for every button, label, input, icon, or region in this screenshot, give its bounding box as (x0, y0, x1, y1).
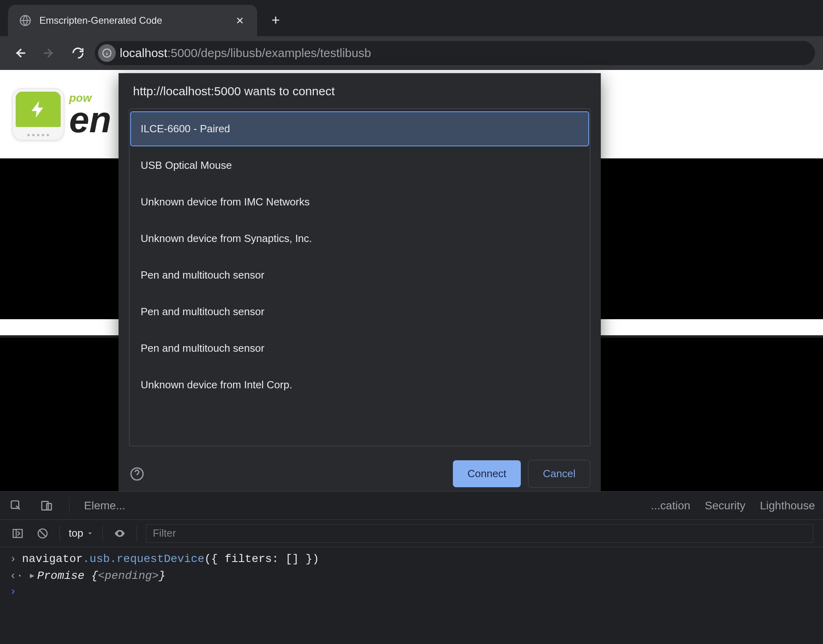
tab-bar: Emscripten-Generated Code (0, 0, 823, 36)
dialog-title: http://localhost:5000 wants to connect (133, 84, 590, 98)
url-bar[interactable]: localhost:5000/deps/libusb/examples/test… (95, 41, 815, 65)
site-info-icon[interactable] (98, 44, 116, 62)
logo-text-large: en (69, 104, 111, 136)
console-sidebar-icon[interactable] (10, 525, 26, 541)
emscripten-logo (12, 88, 64, 140)
new-tab-button[interactable] (264, 8, 288, 32)
usb-permission-dialog: http://localhost:5000 wants to connect I… (119, 73, 601, 499)
toolbar: localhost:5000/deps/libusb/examples/test… (0, 36, 823, 70)
tab-title: Emscripten-Generated Code (39, 15, 226, 26)
svg-rect-6 (13, 529, 23, 537)
tab-application[interactable]: ...cation (651, 499, 690, 512)
console-toolbar: top (0, 520, 823, 547)
cancel-button[interactable]: Cancel (528, 460, 590, 488)
close-icon[interactable] (234, 14, 246, 27)
device-item[interactable]: Unknown device from Intel Corp. (131, 368, 588, 402)
device-list: ILCE-6600 - Paired USB Optical Mouse Unk… (129, 109, 590, 446)
console-output[interactable]: › navigator.usb.requestDevice({ filters:… (0, 547, 823, 644)
url-text: localhost:5000/deps/libusb/examples/test… (120, 46, 371, 60)
device-item[interactable]: USB Optical Mouse (131, 149, 588, 182)
globe-icon (19, 14, 31, 27)
clear-console-icon[interactable] (35, 525, 51, 541)
prompt-icon[interactable]: › (10, 585, 16, 598)
tab-elements[interactable]: Eleme... (84, 499, 125, 512)
prompt-icon: › (10, 553, 16, 565)
console-line: ‹· ▸Promise {<pending>} (0, 567, 823, 584)
tab-security[interactable]: Security (705, 499, 745, 512)
svg-rect-4 (42, 501, 48, 510)
inspect-icon[interactable] (8, 498, 24, 514)
context-selector[interactable]: top (69, 527, 94, 539)
console-line: › navigator.usb.requestDevice({ filters:… (0, 551, 823, 567)
help-icon[interactable] (129, 466, 145, 482)
live-expression-icon[interactable] (112, 525, 128, 541)
result-icon: ‹· (10, 570, 23, 582)
browser-tab[interactable]: Emscripten-Generated Code (8, 5, 257, 36)
console-filter-input[interactable] (146, 524, 813, 543)
device-item[interactable]: Unknown device from IMC Networks (131, 185, 588, 219)
connect-button[interactable]: Connect (453, 460, 521, 487)
device-item[interactable]: ILCE-6600 - Paired (131, 112, 588, 146)
svg-rect-5 (47, 503, 51, 510)
device-item[interactable]: Pen and multitouch sensor (131, 295, 588, 328)
devtools-tabbar: Eleme... ...cation Security Lighthouse (0, 492, 823, 520)
device-item[interactable]: Pen and multitouch sensor (131, 258, 588, 292)
console-prompt: › (0, 584, 823, 599)
device-toggle-icon[interactable] (39, 498, 55, 514)
reload-button[interactable] (66, 41, 90, 65)
forward-button[interactable] (37, 41, 61, 65)
device-item[interactable]: Pen and multitouch sensor (131, 332, 588, 365)
tab-lighthouse[interactable]: Lighthouse (760, 499, 815, 512)
devtools: Eleme... ...cation Security Lighthouse t… (0, 491, 823, 644)
device-item[interactable]: Unknown device from Synaptics, Inc. (131, 222, 588, 255)
back-button[interactable] (8, 41, 32, 65)
